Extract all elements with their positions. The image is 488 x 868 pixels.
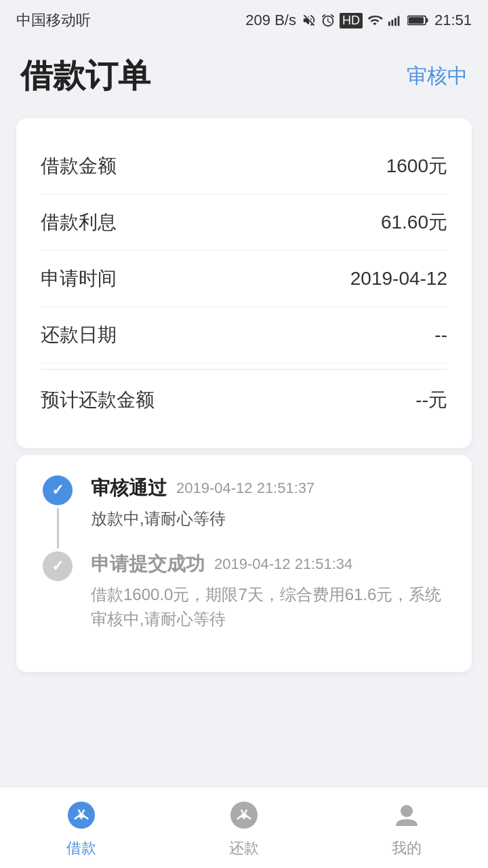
svg-text:¥: ¥ [77,807,85,822]
loan-nav-icon: ¥ [64,797,99,833]
approved-desc: 放款中,请耐心等待 [91,507,447,531]
nav-item-loan[interactable]: ¥ 借款 [0,797,163,859]
loan-amount-value: 1600元 [386,153,447,179]
page-header: 借款订单 审核中 [0,41,488,111]
svg-rect-5 [426,18,428,22]
svg-text:¥: ¥ [240,807,248,822]
nav-item-mine[interactable]: 我的 [325,797,488,859]
approved-title: 审核通过 [91,475,167,501]
approved-time: 2019-04-12 21:51:37 [176,479,314,497]
time-text: 21:51 [434,12,472,29]
bottom-nav: ¥ 借款 ¥ 还款 我的 [0,787,488,868]
svg-rect-1 [391,20,393,26]
wifi-icon [367,13,383,28]
svg-rect-0 [388,22,390,26]
timeline-line-1 [57,508,59,549]
status-icons: HD [302,13,429,28]
mine-nav-icon [389,797,424,833]
apply-time-label: 申请时间 [41,266,117,292]
loan-interest-label: 借款利息 [41,210,117,235]
loan-interest-value: 61.60元 [381,210,447,235]
status-bar: 中国移动听 209 B/s HD 21:51 [0,0,488,41]
repay-date-value: -- [434,324,447,346]
hd-badge: HD [340,13,363,28]
timeline-dot-submitted: ✓ [43,551,73,581]
check-icon-submitted: ✓ [52,557,64,575]
timeline-header-approved: 审核通过 2019-04-12 21:51:37 [91,475,447,501]
svg-point-11 [401,805,413,817]
repay-date-label: 还款日期 [41,322,117,348]
timeline-left-approved: ✓ [41,475,75,551]
review-status: 审核中 [407,62,468,90]
submitted-desc: 借款1600.0元，期限7天，综合费用61.6元，系统审核中,请耐心等待 [91,583,447,631]
nav-item-repay[interactable]: ¥ 还款 [163,797,325,859]
timeline-card: ✓ 审核通过 2019-04-12 21:51:37 放款中,请耐心等待 ✓ [16,455,472,672]
timeline-content-submitted: 申请提交成功 2019-04-12 21:51:34 借款1600.0元，期限7… [91,551,447,652]
timeline-item-approved: ✓ 审核通过 2019-04-12 21:51:37 放款中,请耐心等待 [41,475,447,551]
timeline: ✓ 审核通过 2019-04-12 21:51:37 放款中,请耐心等待 ✓ [41,475,447,652]
total-repay-label: 预计还款金额 [41,387,155,413]
battery-icon [407,13,429,28]
loan-amount-label: 借款金额 [41,153,117,179]
apply-time-row: 申请时间 2019-04-12 [41,251,447,307]
svg-rect-2 [394,18,396,26]
svg-rect-3 [398,16,400,26]
loan-details-card: 借款金额 1600元 借款利息 61.60元 申请时间 2019-04-12 还… [16,118,472,448]
svg-rect-6 [409,17,424,24]
timeline-header-submitted: 申请提交成功 2019-04-12 21:51:34 [91,551,447,577]
repay-nav-label: 还款 [229,838,259,859]
total-repay-row: 预计还款金额 --元 [41,369,447,428]
loan-amount-row: 借款金额 1600元 [41,138,447,195]
status-right: 209 B/s HD 21:51 [245,12,472,29]
timeline-dot-approved: ✓ [43,475,73,505]
main-content: 借款金额 1600元 借款利息 61.60元 申请时间 2019-04-12 还… [0,111,488,868]
timeline-item-submitted: ✓ 申请提交成功 2019-04-12 21:51:34 借款1600.0元，期… [41,551,447,652]
apply-time-value: 2019-04-12 [350,268,447,290]
submitted-time: 2019-04-12 21:51:34 [214,555,352,573]
loan-interest-row: 借款利息 61.60元 [41,195,447,251]
signal-icon [387,13,403,28]
loan-nav-label: 借款 [66,838,96,859]
mine-nav-label: 我的 [392,838,422,859]
alarm-icon [321,13,336,28]
submitted-title: 申请提交成功 [91,551,205,577]
total-repay-value: --元 [415,387,447,413]
network-speed: 209 B/s [245,12,296,29]
timeline-left-submitted: ✓ [41,551,75,652]
repay-date-row: 还款日期 -- [41,307,447,363]
page-title: 借款订单 [20,54,150,98]
repay-nav-icon: ¥ [226,797,262,833]
mute-icon [302,13,317,28]
carrier-text: 中国移动听 [16,10,91,31]
check-icon-approved: ✓ [52,481,64,499]
timeline-content-approved: 审核通过 2019-04-12 21:51:37 放款中,请耐心等待 [91,475,447,551]
